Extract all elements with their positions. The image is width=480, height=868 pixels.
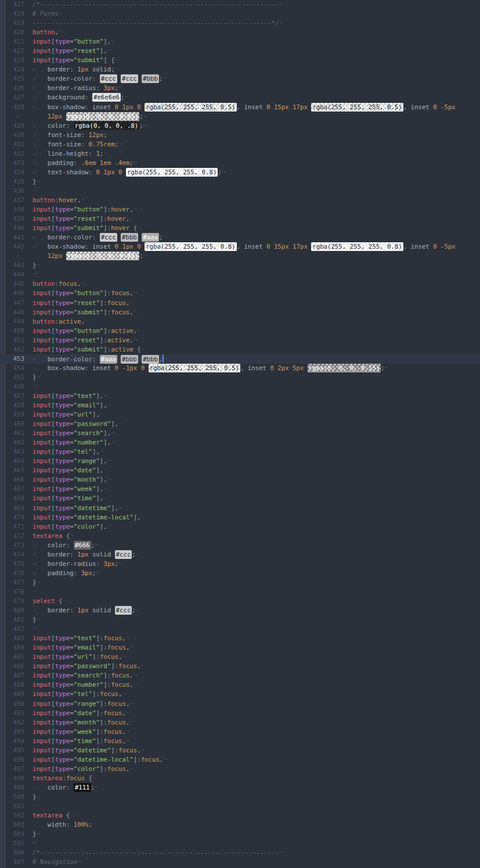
code-line[interactable]: 446input[type="button"]:focus,¬ <box>0 289 480 298</box>
code-line[interactable]: 488input[type="number"]:focus,¬ <box>0 680 480 690</box>
code-line[interactable]: 419-------------------------------------… <box>0 19 480 28</box>
line-number[interactable]: 501 <box>0 802 28 811</box>
line-number[interactable]: 469 <box>0 504 28 513</box>
code-line[interactable]: 494input[type="time"]:focus,¬ <box>0 737 480 746</box>
line-number[interactable]: 426 <box>0 84 28 93</box>
line-number[interactable]: 450 <box>0 327 28 336</box>
code-line[interactable]: 483input[type="text"]:focus,¬ <box>0 634 480 643</box>
code-line[interactable]: 455}¬ <box>0 373 480 382</box>
line-number[interactable]: 503 <box>0 820 28 830</box>
line-number[interactable]: 420 <box>0 28 28 37</box>
code-line[interactable]: 420button,¬ <box>0 28 480 37</box>
line-number[interactable]: 497 <box>0 765 28 774</box>
line-number[interactable]: 454 <box>0 364 28 373</box>
code-line[interactable]: 485input[type="url"]:focus,¬ <box>0 652 480 662</box>
code-line[interactable]: 428» box-shadow: inset 0 1px 0 rgba(255,… <box>0 103 480 112</box>
code-line[interactable]: 479select {¬ <box>0 597 480 606</box>
code-line[interactable]: 451input[type="reset"]:active,¬ <box>0 336 480 345</box>
line-number[interactable]: 465 <box>0 466 28 475</box>
code-line[interactable]: 493input[type="week"]:focus,¬ <box>0 727 480 737</box>
code-line[interactable]: 467input[type="week"],¬ <box>0 485 480 494</box>
code-line[interactable]: 472textarea {¬ <box>0 532 480 541</box>
line-number[interactable]: 447 <box>0 299 28 308</box>
line-number[interactable]: 445 <box>0 279 28 289</box>
code-line[interactable]: • 12px rgba(0, 0, 0, 0.02);¬ <box>0 252 480 261</box>
line-number[interactable]: 433 <box>0 159 28 168</box>
code-line[interactable]: 496input[type="datetime-local"]:focus,¬ <box>0 755 480 765</box>
wrap-indicator[interactable]: • <box>0 252 28 261</box>
line-number[interactable]: 451 <box>0 336 28 345</box>
line-number[interactable]: 496 <box>0 755 28 765</box>
code-line[interactable]: 481}¬ <box>0 615 480 625</box>
line-number[interactable]: 419 <box>0 19 28 28</box>
line-number[interactable]: 432 <box>0 149 28 159</box>
line-number[interactable]: 484 <box>0 643 28 652</box>
line-number[interactable]: 488 <box>0 680 28 690</box>
line-number[interactable]: 466 <box>0 475 28 485</box>
line-number[interactable]: 441 <box>0 233 28 242</box>
code-line[interactable]: 495input[type="datetime"]:focus,¬ <box>0 746 480 755</box>
line-number[interactable]: 482 <box>0 625 28 634</box>
code-line[interactable]: 480» border: 1px solid #ccc;¬ <box>0 606 480 615</box>
code-line[interactable]: 448input[type="submit"]:focus,¬ <box>0 308 480 317</box>
line-number[interactable]: 438 <box>0 205 28 214</box>
code-line[interactable]: 418# Forms¬ <box>0 9 480 19</box>
line-number[interactable]: 459 <box>0 410 28 419</box>
code-line[interactable]: 432» line-height: 1;¬ <box>0 149 480 159</box>
code-line[interactable]: 436¬ <box>0 186 480 196</box>
code-line[interactable]: 498textarea:focus {¬ <box>0 774 480 783</box>
line-number[interactable]: 417 <box>0 0 28 9</box>
code-line[interactable]: 500}¬ <box>0 792 480 802</box>
code-line[interactable]: 424» border: 1px solid;¬ <box>0 65 480 74</box>
code-line[interactable]: 461input[type="search"],¬ <box>0 429 480 438</box>
line-number[interactable]: 493 <box>0 727 28 737</box>
line-number[interactable]: 498 <box>0 774 28 783</box>
code-line[interactable]: 449button:active,¬ <box>0 317 480 327</box>
code-line[interactable]: 474» border: 1px solid #ccc;¬ <box>0 550 480 559</box>
code-line[interactable]: 425» border-color: #ccc #ccc #bbb;¬ <box>0 74 480 84</box>
code-line[interactable]: 417/*-----------------------------------… <box>0 0 480 9</box>
line-number[interactable]: 440 <box>0 224 28 233</box>
line-number[interactable]: 464 <box>0 457 28 466</box>
code-line[interactable]: 465input[type="date"],¬ <box>0 466 480 475</box>
code-line[interactable]: 487input[type="search"]:focus,¬ <box>0 671 480 680</box>
line-number[interactable]: 428 <box>0 103 28 112</box>
line-number[interactable]: 449 <box>0 317 28 327</box>
code-line[interactable]: 477}¬ <box>0 578 480 587</box>
line-number[interactable]: 453 <box>0 354 28 364</box>
line-number[interactable]: 474 <box>0 550 28 559</box>
line-number[interactable]: 490 <box>0 700 28 709</box>
line-number[interactable]: 437 <box>0 196 28 205</box>
code-line[interactable]: 453» border-color: #aaa #bbb #bbb;¬ <box>0 354 480 364</box>
line-number[interactable]: 448 <box>0 308 28 317</box>
code-line[interactable]: 491input[type="date"]:focus,¬ <box>0 709 480 718</box>
code-line[interactable]: 490input[type="range"]:focus,¬ <box>0 700 480 709</box>
line-number[interactable]: 505 <box>0 839 28 848</box>
code-line[interactable]: 499» color: #111;¬ <box>0 783 480 792</box>
line-number[interactable]: 423 <box>0 56 28 65</box>
line-number[interactable]: 494 <box>0 737 28 746</box>
line-number[interactable]: 421 <box>0 37 28 46</box>
line-number[interactable]: 506 <box>0 848 28 858</box>
line-number[interactable]: 471 <box>0 522 28 532</box>
line-number[interactable]: 463 <box>0 447 28 457</box>
line-number[interactable]: 443 <box>0 261 28 270</box>
line-number[interactable]: 462 <box>0 438 28 447</box>
code-line[interactable]: 431» font-size: 0.75rem;¬ <box>0 140 480 149</box>
code-line[interactable]: 422input[type="reset"],¬ <box>0 46 480 56</box>
line-number[interactable]: 504 <box>0 830 28 839</box>
code-line[interactable]: 440input[type="submit"]:hover {¬ <box>0 224 480 233</box>
line-number[interactable]: 467 <box>0 485 28 494</box>
code-line[interactable]: 473» color: #666;¬ <box>0 541 480 550</box>
line-number[interactable]: 481 <box>0 615 28 625</box>
code-line[interactable]: 439input[type="reset"]:hover,¬ <box>0 214 480 224</box>
line-number[interactable]: 486 <box>0 662 28 671</box>
line-number[interactable]: 483 <box>0 634 28 643</box>
code-line[interactable]: 471input[type="color"],¬ <box>0 522 480 532</box>
code-line[interactable]: 423input[type="submit"] {¬ <box>0 56 480 65</box>
code-line[interactable]: 445button:focus,¬ <box>0 279 480 289</box>
line-number[interactable]: 455 <box>0 373 28 382</box>
code-line[interactable]: 502textarea {¬ <box>0 811 480 820</box>
code-line[interactable]: 437button:hover,¬ <box>0 196 480 205</box>
line-number[interactable]: 456 <box>0 382 28 392</box>
